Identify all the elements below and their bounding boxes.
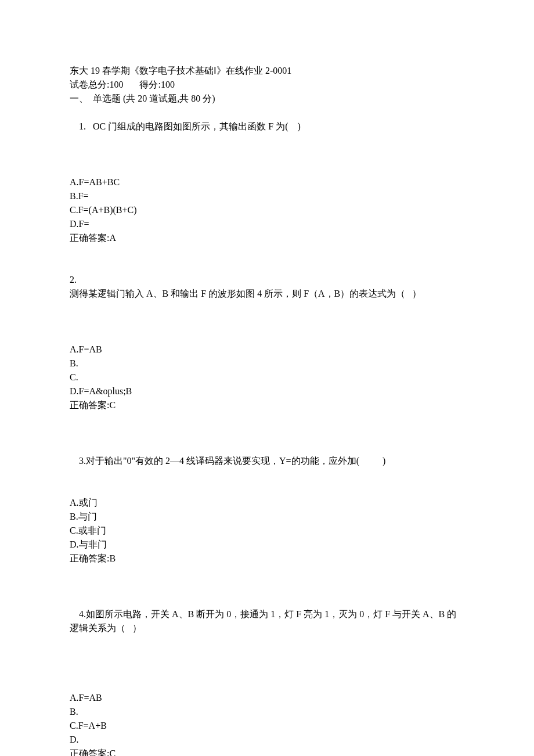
question-stem: 4.如图所示电路，开关 A、B 断开为 0，接通为 1，灯 F 亮为 1，灭为 …: [70, 593, 464, 649]
score-line: 试卷总分:100 得分:100: [70, 78, 464, 92]
figure-placeholder: [70, 147, 464, 175]
question-number: 4.: [79, 609, 86, 619]
option-d: D.: [70, 733, 464, 747]
option-b: B.: [70, 357, 464, 370]
option-b: B.F=: [70, 189, 464, 203]
question-number: 2.: [70, 273, 464, 287]
question-stem: 3.对于输出"0"有效的 2—4 线译码器来说要实现，Y=的功能，应外加( ): [70, 440, 464, 482]
question-text: 对于输出"0"有效的 2—4 线译码器来说要实现，Y=的功能，应外加( ): [86, 456, 385, 466]
option-c: C.或非门: [70, 524, 464, 538]
answer-line: 正确答案:B: [70, 552, 464, 566]
question-gap: [70, 412, 464, 440]
blank-line: [70, 329, 464, 343]
question-text: 如图所示电路，开关 A、B 断开为 0，接通为 1，灯 F 亮为 1，灭为 0，…: [70, 609, 456, 633]
question-stem: 1. OC 门组成的电路图如图所示，其输出函数 F 为( ): [70, 106, 464, 147]
option-d: D.F=A&oplus;B: [70, 384, 464, 398]
option-a: A.F=AB: [70, 343, 464, 357]
question-text: OC 门组成的电路图如图所示，其输出函数 F 为( ): [93, 121, 301, 131]
figure-placeholder: [70, 301, 464, 329]
option-c: C.F=(A+B)(B+C): [70, 203, 464, 217]
question-text: 测得某逻辑门输入 A、B 和输出 F 的波形如图 4 所示，则 F（A，B）的表…: [70, 287, 464, 301]
question-gap: [70, 566, 464, 593]
option-c: C.F=A+B: [70, 719, 464, 733]
option-c: C.: [70, 370, 464, 384]
blank-line: [70, 482, 464, 496]
option-b: B.: [70, 705, 464, 719]
option-b: B.与门: [70, 510, 464, 524]
answer-line: 正确答案:A: [70, 231, 464, 245]
blank-line: [70, 677, 464, 691]
doc-title: 东大 19 春学期《数字电子技术基础Ⅰ》在线作业 2-0001: [70, 64, 464, 78]
document-page: 东大 19 春学期《数字电子技术基础Ⅰ》在线作业 2-0001 试卷总分:100…: [0, 0, 534, 756]
option-a: A.或门: [70, 496, 464, 510]
option-a: A.F=AB: [70, 691, 464, 705]
answer-line: 正确答案:C: [70, 398, 464, 412]
option-d: D.F=: [70, 217, 464, 231]
question-number: 3.: [79, 456, 86, 466]
option-a: A.F=AB+BC: [70, 175, 464, 189]
figure-placeholder: [70, 649, 464, 677]
answer-line: 正确答案:C: [70, 747, 464, 756]
question-number: 1.: [79, 121, 93, 131]
section-header: 一、 单选题 (共 20 道试题,共 80 分): [70, 92, 464, 106]
option-d: D.与非门: [70, 538, 464, 552]
question-gap: [70, 245, 464, 273]
